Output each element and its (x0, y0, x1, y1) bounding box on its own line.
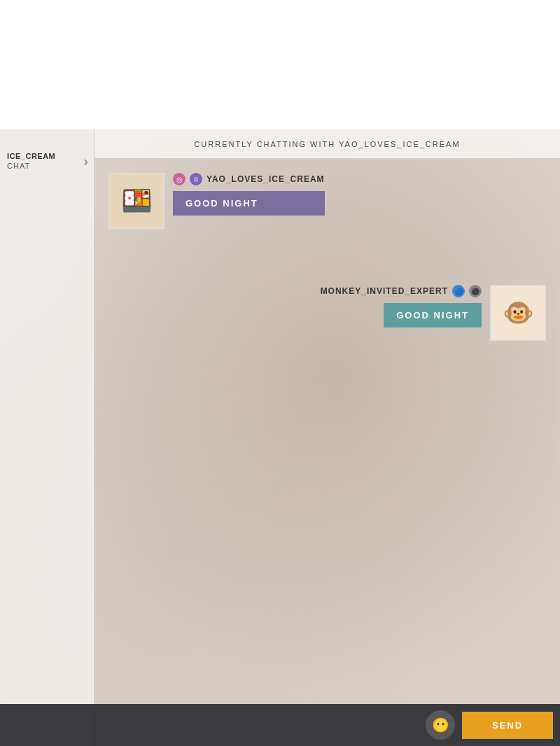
message-row-left: 🍱 ◎ ⏸ YAO_LOVES_ICE_CREAM GOOD NIGHT (108, 173, 546, 229)
msg-text-right: GOOD NIGHT (396, 310, 469, 321)
send-label: SEND (492, 720, 523, 731)
sidebar-user-item[interactable]: ICE_CREAM CHAT › (0, 143, 94, 178)
avatar-emoji-right: 🐵 (503, 298, 534, 328)
badge-purple-icon: ⏸ (190, 173, 202, 185)
badge-pink-icon: ◎ (173, 173, 186, 185)
chat-header-text: CURRENTLY CHATTING WITH YAO_LOVES_ICE_CR… (194, 140, 460, 148)
avatar-emoji-left: 🍱 (121, 186, 153, 216)
game-area: ICE_CREAM CHAT › CURRENTLY CHATTING WITH… (0, 129, 560, 746)
msg-content-right: MONKEY_INVITED_EXPERT 🔵 ⚫ GOOD NIGHT (321, 285, 482, 328)
sidebar: ICE_CREAM CHAT › (0, 129, 94, 746)
send-button[interactable]: SEND (462, 712, 553, 739)
avatar-left: 🍱 (108, 173, 164, 229)
badge-gray-icon: ⚫ (469, 285, 482, 297)
msg-bubble-right: GOOD NIGHT (384, 303, 482, 328)
msg-text-left: GOOD NIGHT (186, 198, 258, 209)
username-left: YAO_LOVES_ICE_CREAM (206, 174, 325, 184)
top-white-area (0, 0, 560, 129)
msg-content-left: ◎ ⏸ YAO_LOVES_ICE_CREAM GOOD NIGHT (173, 173, 325, 216)
username-row-right: MONKEY_INVITED_EXPERT 🔵 ⚫ (321, 285, 482, 297)
username-row-left: ◎ ⏸ YAO_LOVES_ICE_CREAM (173, 173, 325, 185)
sidebar-username: ICE_CREAM (7, 152, 55, 160)
badge-blue-icon: 🔵 (452, 285, 465, 297)
message-row-right: MONKEY_INVITED_EXPERT 🔵 ⚫ GOOD NIGHT 🐵 (108, 285, 546, 341)
sidebar-chat-label: CHAT (7, 162, 30, 170)
emoji-button[interactable]: 😶 (426, 710, 455, 740)
sidebar-arrow-icon: › (83, 153, 88, 169)
chat-header: CURRENTLY CHATTING WITH YAO_LOVES_ICE_CR… (94, 129, 560, 159)
chat-messages-area: 🍱 ◎ ⏸ YAO_LOVES_ICE_CREAM GOOD NIGHT MON… (94, 159, 560, 704)
avatar-right: 🐵 (490, 285, 546, 341)
bottom-bar: 😶 SEND (0, 704, 560, 746)
emoji-icon: 😶 (432, 717, 449, 733)
msg-bubble-left: GOOD NIGHT (173, 191, 325, 216)
username-right: MONKEY_INVITED_EXPERT (321, 286, 448, 296)
